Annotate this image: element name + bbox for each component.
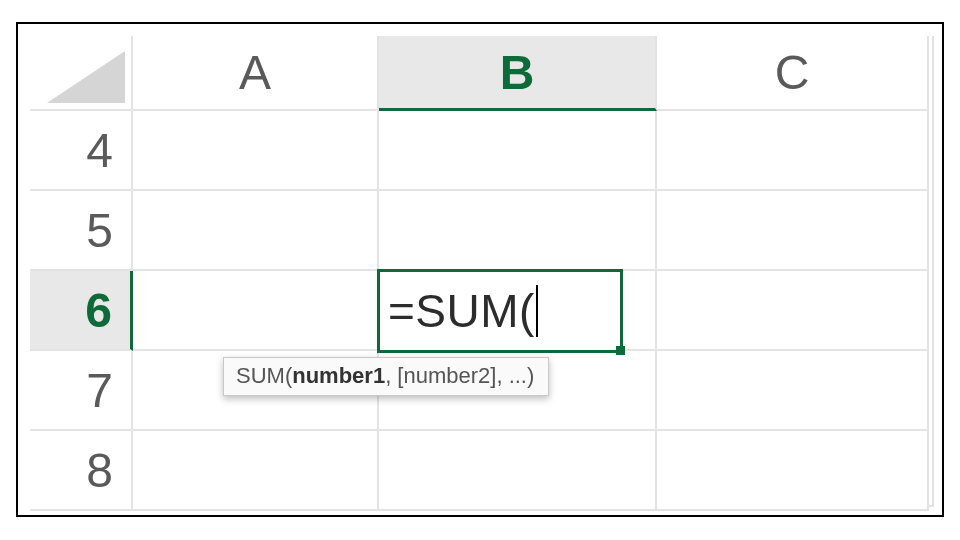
cell-c4[interactable] [657, 111, 929, 191]
column-header-a[interactable]: A [133, 36, 379, 111]
column-header-c[interactable]: C [657, 36, 929, 111]
row-header-8[interactable]: 8 [30, 431, 133, 511]
select-all-triangle[interactable] [30, 36, 133, 111]
row-8: 8 [30, 431, 932, 511]
row-header-7[interactable]: 7 [30, 351, 133, 431]
row-header-5[interactable]: 5 [30, 191, 133, 271]
cell-c8[interactable] [657, 431, 929, 511]
cell-a8[interactable] [133, 431, 379, 511]
cell-a6[interactable] [133, 271, 379, 351]
screenshot-frame: A B C 4 5 6 [16, 22, 944, 517]
cell-c5[interactable] [657, 191, 929, 271]
active-cell-formula: =SUM( [388, 284, 535, 338]
cell-b5[interactable] [379, 191, 657, 271]
cell-b4[interactable] [379, 111, 657, 191]
row-5: 5 [30, 191, 932, 271]
cell-b8[interactable] [379, 431, 657, 511]
tooltip-rest: , [number2], ...) [385, 363, 534, 388]
column-headers-row: A B C [30, 36, 932, 111]
tooltip-current-arg[interactable]: number1 [292, 363, 385, 388]
row-header-4[interactable]: 4 [30, 111, 133, 191]
active-cell-b6[interactable]: =SUM( [377, 269, 623, 353]
cell-a5[interactable] [133, 191, 379, 271]
cell-a4[interactable] [133, 111, 379, 191]
function-tooltip[interactable]: SUM(number1, [number2], ...) [223, 357, 549, 396]
fill-handle[interactable] [616, 346, 625, 355]
column-header-b[interactable]: B [379, 36, 657, 111]
text-caret-icon [536, 285, 538, 337]
cell-c7[interactable] [657, 351, 929, 431]
row-4: 4 [30, 111, 932, 191]
tooltip-fn-name: SUM( [236, 363, 292, 388]
spreadsheet-grid[interactable]: A B C 4 5 6 [30, 36, 934, 507]
row-header-6[interactable]: 6 [30, 271, 133, 351]
cell-c6[interactable] [657, 271, 929, 351]
